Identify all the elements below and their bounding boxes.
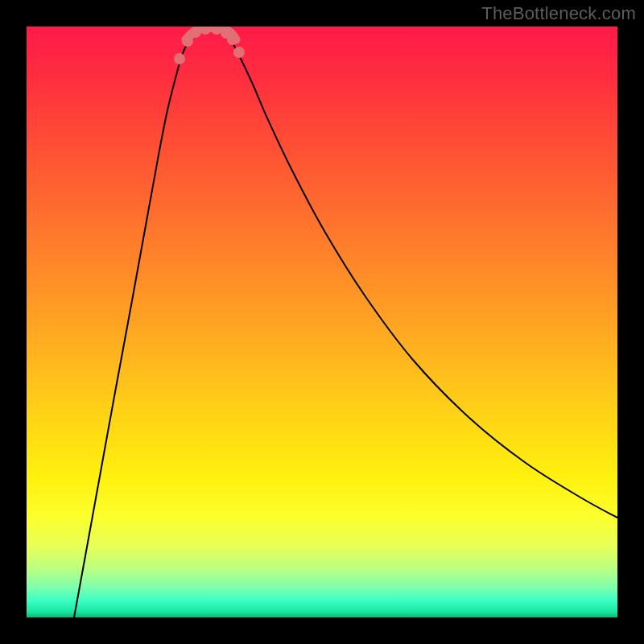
left-curve [74, 29, 200, 617]
valley-marker [227, 34, 238, 45]
curve-overlay [27, 27, 617, 617]
valley-marker [174, 53, 185, 64]
valley-marker [182, 35, 193, 47]
valley-marker [233, 47, 245, 58]
watermark-text: TheBottleneck.com [481, 3, 636, 24]
valley-marker [200, 27, 211, 35]
plot-area [27, 27, 617, 617]
chart-frame: TheBottleneck.com [0, 0, 644, 644]
right-curve [223, 29, 617, 518]
valley-marker [190, 27, 201, 38]
valley-marker [211, 27, 222, 35]
